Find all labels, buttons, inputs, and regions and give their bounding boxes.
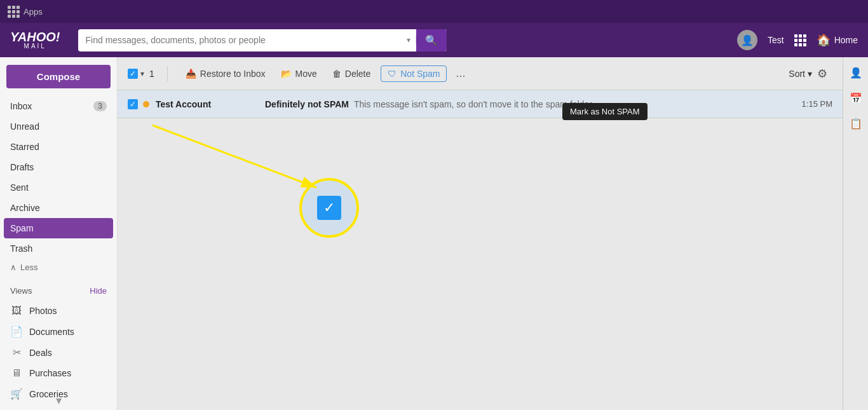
move-icon: 📂 — [281, 69, 292, 79]
less-toggle[interactable]: ∧ Less — [0, 259, 117, 276]
hide-views-button[interactable]: Hide — [90, 286, 107, 296]
views-section: Views Hide 🖼 Photos 📄 Documents ✂ Deals … — [0, 276, 117, 410]
photos-icon: 🖼 — [10, 305, 23, 317]
restore-icon: 📥 — [186, 69, 196, 79]
user-name: Test — [768, 35, 784, 45]
scroll-down-icon[interactable]: ▾ — [56, 393, 62, 407]
sidebar-nav: Inbox 3 Unread Starred Drafts Sent Archi… — [0, 96, 117, 259]
check-all-box[interactable]: ✓ — [128, 69, 138, 79]
sidebar-item-trash[interactable]: Trash — [0, 238, 117, 259]
header-right: 👤 Test 🏠 Home — [737, 30, 858, 50]
sidebar-item-sent[interactable]: Sent — [0, 177, 117, 198]
sort-chevron-icon: ▾ — [808, 69, 812, 79]
home-button[interactable]: 🏠 Home — [817, 33, 858, 47]
contacts-icon[interactable]: 👤 — [846, 62, 866, 83]
deals-icon: ✂ — [10, 346, 23, 359]
more-options-button[interactable]: ... — [452, 67, 469, 80]
sidebar-item-unread[interactable]: Unread — [0, 116, 117, 137]
settings-icon[interactable]: ⚙ — [812, 64, 832, 84]
apps-dots-icon[interactable] — [794, 34, 806, 46]
sidebar-item-drafts[interactable]: Drafts — [0, 157, 117, 177]
selected-count: 1 — [149, 69, 154, 79]
calendar-icon[interactable]: 📅 — [846, 88, 866, 108]
content-area: ✓ ▾ 1 📥 Restore to Inbox 📂 Move 🗑 Delete — [118, 57, 843, 410]
sidebar: Compose Inbox 3 Unread Starred Drafts Se… — [0, 57, 118, 410]
email-time: 1:15 PM — [802, 99, 832, 109]
chevron-down-icon[interactable]: ▾ — [140, 69, 144, 78]
apps-label: Apps — [24, 7, 43, 17]
search-button[interactable]: 🔍 — [416, 29, 447, 51]
sidebar-item-deals[interactable]: ✂ Deals — [0, 342, 117, 363]
groceries-icon: 🛒 — [10, 388, 23, 400]
documents-icon: 📄 — [10, 325, 23, 338]
select-all-checkbox[interactable]: ✓ ▾ — [128, 69, 144, 79]
home-icon: 🏠 — [817, 33, 831, 47]
shield-icon: 🛡 — [388, 69, 397, 79]
sidebar-item-spam[interactable]: Spam — [4, 218, 113, 238]
email-checkbox[interactable]: ✓ — [128, 99, 138, 109]
table-row[interactable]: ✓ Test Account Definitely not SPAM This … — [118, 90, 843, 118]
sidebar-item-documents[interactable]: 📄 Documents — [0, 321, 117, 342]
sidebar-item-purchases[interactable]: 🖥 Purchases — [0, 363, 117, 383]
yahoo-logo: YAHOO! MAIL — [10, 31, 60, 50]
sidebar-item-inbox[interactable]: Inbox 3 — [0, 96, 117, 116]
sidebar-item-starred[interactable]: Starred — [0, 137, 117, 157]
avatar: 👤 — [737, 30, 757, 50]
apps-grid-icon[interactable] — [8, 6, 20, 18]
move-button[interactable]: 📂 Move — [276, 66, 322, 81]
restore-to-inbox-button[interactable]: 📥 Restore to Inbox — [180, 66, 271, 81]
sidebar-item-photos[interactable]: 🖼 Photos — [0, 301, 117, 321]
toolbar: ✓ ▾ 1 📥 Restore to Inbox 📂 Move 🗑 Delete — [118, 57, 843, 90]
search-chevron-icon[interactable]: ▾ — [402, 36, 416, 44]
unread-dot — [143, 101, 149, 107]
not-spam-button[interactable]: 🛡 Not Spam — [381, 65, 447, 82]
sidebar-item-archive[interactable]: Archive — [0, 198, 117, 218]
sort-button[interactable]: Sort ▾ — [789, 69, 812, 79]
delete-icon: 🗑 — [332, 69, 341, 79]
main-layout: Compose Inbox 3 Unread Starred Drafts Se… — [0, 57, 868, 410]
compose-button[interactable]: Compose — [6, 65, 111, 88]
delete-button[interactable]: 🗑 Delete — [327, 66, 376, 81]
not-spam-tooltip: Mark as Not SPAM — [562, 103, 648, 120]
header: YAHOO! MAIL ▾ 🔍 👤 Test 🏠 Home — [0, 23, 868, 57]
purchases-icon: 🖥 — [10, 367, 23, 379]
search-input[interactable] — [78, 30, 402, 50]
email-subject: Definitely not SPAM — [265, 99, 349, 109]
toolbar-divider — [167, 66, 168, 81]
top-bar: Apps — [0, 0, 868, 23]
email-list: ✓ Test Account Definitely not SPAM This … — [118, 90, 843, 410]
search-bar: ▾ 🔍 — [78, 29, 447, 51]
right-sidebar: 👤 📅 📋 — [843, 57, 868, 410]
email-sender: Test Account — [156, 99, 257, 109]
notes-icon[interactable]: 📋 — [846, 113, 866, 133]
